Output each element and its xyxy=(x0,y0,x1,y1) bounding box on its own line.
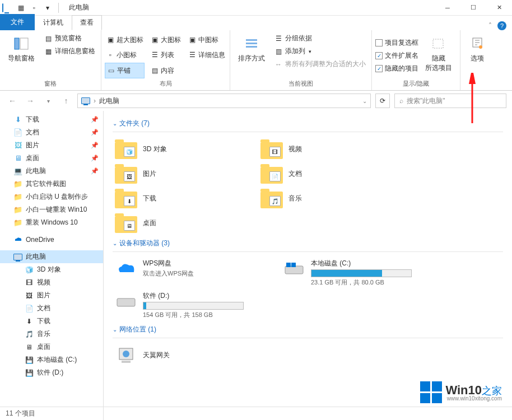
layout-lg[interactable]: ▣大图标 xyxy=(149,32,182,47)
content-pane[interactable]: ⌄ 文件夹 (7) 🧊3D 对象🎞视频🖼图片📄文档⬇下载🎵音乐🖥桌面 ⌄ 设备和… xyxy=(104,111,512,420)
up-button[interactable]: ↑ xyxy=(59,94,73,108)
drive-c[interactable]: 本地磁盘 (C:) 23.1 GB 可用，共 80.0 GB xyxy=(281,256,449,289)
sidebar-item[interactable]: 📄文档📌 xyxy=(0,126,103,139)
checkbox-item-checkboxes[interactable]: 项目复选框 xyxy=(375,38,418,48)
fit-columns-button[interactable]: ↔将所有列调整为合适的大小 xyxy=(272,58,368,70)
sidebar-item[interactable]: 📁小白一键重装 Win10 xyxy=(0,203,103,216)
item-icon: 🎞 xyxy=(25,278,34,287)
ribbon-group-currentview: 排序方式 ☰分组依据 ▥添加列▾ ↔将所有列调整为合适的大小 当前视图 xyxy=(230,30,372,90)
close-button[interactable]: ✕ xyxy=(486,0,512,16)
sidebar-thispc[interactable]: 此电脑 xyxy=(0,250,103,263)
qat-new-icon[interactable]: ▫ xyxy=(28,2,40,14)
folder-item[interactable]: 🧊3D 对象 xyxy=(113,137,258,161)
breadcrumb[interactable]: 此电脑 xyxy=(99,96,119,106)
refresh-button[interactable]: ⟳ xyxy=(375,94,390,108)
sidebar-item[interactable]: 🎞视频 xyxy=(0,276,103,289)
nav-pane-button[interactable]: 导航窗格 xyxy=(3,32,39,78)
sidebar-item[interactable]: 🖥桌面📌 xyxy=(0,152,103,165)
search-placeholder: 搜索"此电脑" xyxy=(407,96,445,106)
tab-view[interactable]: 查看 xyxy=(72,15,102,30)
network-gateway[interactable]: 天翼网关 xyxy=(113,343,258,367)
tab-file[interactable]: 文件 xyxy=(0,14,35,30)
svg-rect-14 xyxy=(122,361,131,363)
sidebar-item[interactable]: ⬇下载📌 xyxy=(0,113,103,126)
sidebar-item[interactable]: 📁小白启动 U 盘制作步 xyxy=(0,190,103,203)
qat-properties-icon[interactable]: ▦ xyxy=(15,2,27,14)
qat-dropdown-icon[interactable]: ▾ xyxy=(41,2,54,14)
checkbox-file-extensions[interactable]: ✓文件扩展名 xyxy=(375,50,418,61)
sidebar-item[interactable]: 🎵音乐 xyxy=(0,328,103,340)
status-bar: 11 个项目 xyxy=(0,407,512,420)
sidebar-item[interactable]: 💾软件 (D:) xyxy=(0,366,103,379)
folder-item[interactable]: 🖥桌面 xyxy=(113,211,258,235)
preview-pane-button[interactable]: ▤ 预览窗格 xyxy=(41,32,97,44)
chevron-down-icon: ⌄ xyxy=(113,326,117,333)
group-label-showhide: 显示/隐藏 xyxy=(375,78,457,89)
sidebar-item[interactable]: 🖼图片 xyxy=(0,289,103,302)
breadcrumb-sep: › xyxy=(94,97,96,105)
drive-icon xyxy=(115,291,137,311)
address-bar: ← → ▾ ↑ › 此电脑 ⌄ ⟳ ⌕ 搜索"此电脑" xyxy=(0,91,512,111)
sidebar-onedrive[interactable]: OneDrive xyxy=(0,234,103,246)
collapse-ribbon-icon[interactable]: ˄ xyxy=(488,22,492,30)
ribbon-group-options: 选项 xyxy=(460,30,494,90)
help-icon[interactable]: ? xyxy=(497,21,506,30)
recent-dropdown[interactable]: ▾ xyxy=(41,94,55,108)
layout-md[interactable]: ▣中图标 xyxy=(187,32,226,47)
sidebar-item[interactable]: 📁重装 Windows 10 xyxy=(0,216,103,229)
checkbox-hidden-items[interactable]: ✓隐藏的项目 xyxy=(375,63,418,74)
group-by-button[interactable]: ☰分组依据 xyxy=(272,32,368,44)
sidebar-item[interactable]: 💻此电脑📌 xyxy=(0,165,103,178)
options-button[interactable]: 选项 xyxy=(464,32,491,80)
group-label-currentview: 当前视图 xyxy=(234,78,368,89)
folder-item[interactable]: 🎞视频 xyxy=(258,137,404,161)
navigation-pane[interactable]: ⬇下载📌📄文档📌🖼图片📌🖥桌面📌💻此电脑📌📁其它软件截图📁小白启动 U 盘制作步… xyxy=(0,111,104,420)
drive-d[interactable]: 软件 (D:) 154 GB 可用，共 158 GB xyxy=(113,289,281,321)
layout-detail[interactable]: ☰详细信息 xyxy=(187,48,226,62)
sidebar-item[interactable]: 📄文档 xyxy=(0,302,103,315)
section-network[interactable]: ⌄ 网络位置 (1) xyxy=(113,321,503,337)
back-button[interactable]: ← xyxy=(6,94,19,108)
sidebar-item[interactable]: ⬇下载 xyxy=(0,315,103,328)
layout-xl[interactable]: ▣超大图标 xyxy=(105,32,145,47)
addr-dropdown-icon[interactable]: ⌄ xyxy=(362,98,367,104)
sort-button[interactable]: 排序方式 xyxy=(234,32,269,78)
layout-list[interactable]: ☰列表 xyxy=(149,48,182,62)
layout-sm[interactable]: ▫小图标 xyxy=(105,48,145,62)
drive-wps[interactable]: WPS网盘 双击进入WPS网盘 xyxy=(113,256,281,289)
nav-pane-label: 导航窗格 xyxy=(8,54,35,63)
details-pane-button[interactable]: ▦ 详细信息窗格 xyxy=(41,45,97,57)
folder-icon: 💻 xyxy=(13,167,22,176)
item-icon: ⬇ xyxy=(25,317,34,326)
sidebar-item[interactable]: 📁其它软件截图 xyxy=(0,178,103,190)
group-label-panes: 窗格 xyxy=(3,78,97,89)
folder-icon: ⬇ xyxy=(13,115,22,124)
address-input[interactable]: › 此电脑 ⌄ xyxy=(77,94,371,108)
layout-tile[interactable]: ▭平铺 xyxy=(105,63,145,78)
sidebar-item[interactable]: 💾本地磁盘 (C:) xyxy=(0,353,103,366)
hide-selected-button[interactable]: 隐藏 所选项目 xyxy=(421,32,457,78)
item-icon: 🎵 xyxy=(25,330,34,339)
folder-item[interactable]: 📄文档 xyxy=(258,161,404,186)
folder-item[interactable]: 🎵音乐 xyxy=(258,186,404,211)
forward-button[interactable]: → xyxy=(24,94,37,108)
path-icon xyxy=(81,97,90,104)
tab-computer[interactable]: 计算机 xyxy=(35,15,72,30)
details-pane-icon: ▦ xyxy=(44,47,53,56)
windows-logo-icon xyxy=(420,381,442,403)
search-input[interactable]: ⌕ 搜索"此电脑" xyxy=(394,94,506,108)
sidebar-item[interactable]: 🖼图片📌 xyxy=(0,139,103,152)
section-folders[interactable]: ⌄ 文件夹 (7) xyxy=(113,115,503,130)
svg-rect-11 xyxy=(117,298,135,306)
section-drives[interactable]: ⌄ 设备和驱动器 (3) xyxy=(113,235,503,250)
layout-content[interactable]: ▤内容 xyxy=(149,63,182,78)
sidebar-item[interactable]: 🧊3D 对象 xyxy=(0,263,103,276)
add-columns-button[interactable]: ▥添加列▾ xyxy=(272,45,368,57)
folder-item[interactable]: ⬇下载 xyxy=(113,186,258,211)
folder-item[interactable]: 🖼图片 xyxy=(113,161,258,186)
main-area: ⬇下载📌📄文档📌🖼图片📌🖥桌面📌💻此电脑📌📁其它软件截图📁小白启动 U 盘制作步… xyxy=(0,111,512,420)
minimize-button[interactable]: ─ xyxy=(435,0,460,16)
chevron-down-icon: ⌄ xyxy=(113,120,117,127)
maximize-button[interactable]: ☐ xyxy=(460,0,486,16)
sidebar-item[interactable]: 🖥桌面 xyxy=(0,340,103,353)
